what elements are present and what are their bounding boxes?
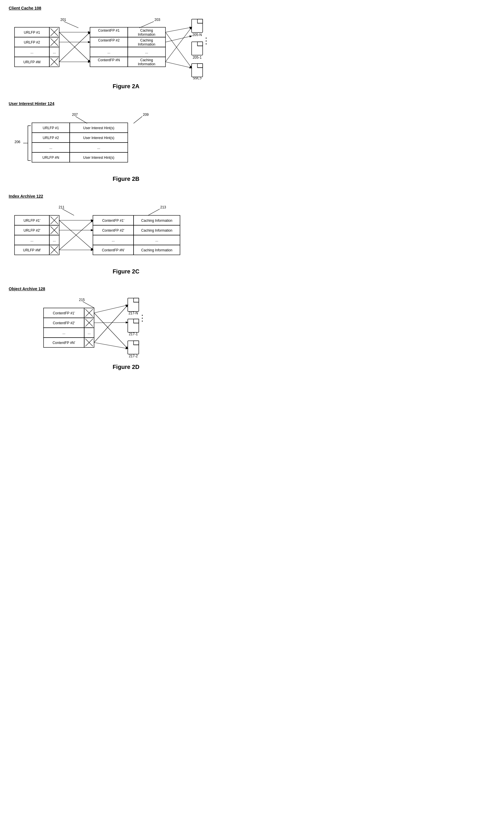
svg-text:ContentFP #2: ContentFP #2 xyxy=(98,38,120,42)
svg-text:User Interest Hint(s): User Interest Hint(s) xyxy=(83,126,114,130)
svg-line-59 xyxy=(75,116,87,123)
svg-text:...: ... xyxy=(112,238,115,242)
fig2d-title: Figure 2D xyxy=(9,364,243,370)
svg-line-46 xyxy=(166,36,192,42)
svg-text:217-2: 217-2 xyxy=(129,354,138,358)
svg-text:URLFP #1: URLFP #1 xyxy=(24,31,40,35)
svg-text:ContentFP #1': ContentFP #1' xyxy=(102,219,124,223)
svg-text:211: 211 xyxy=(59,205,65,209)
svg-text:ContentFP #1': ContentFP #1' xyxy=(53,311,75,315)
svg-text:ContentFP #2': ContentFP #2' xyxy=(53,321,75,325)
fig2c-title: Figure 2C xyxy=(9,268,243,275)
svg-line-84 xyxy=(63,209,74,215)
fig2a-section-label: Client Cache 108 xyxy=(9,6,41,10)
svg-text:User Interest Hint(s): User Interest Hint(s) xyxy=(83,155,114,160)
fig2d-diagram: 215 ContentFP #1' ContentFP #2' ... ... … xyxy=(20,293,252,360)
svg-text:ContentFP #N': ContentFP #N' xyxy=(52,341,75,345)
svg-text:ContentFP #N': ContentFP #N' xyxy=(102,248,124,252)
fig2d-section-label: Object Archive 128 xyxy=(9,287,45,291)
svg-line-149 xyxy=(94,305,128,313)
svg-text:...: ... xyxy=(49,146,52,150)
svg-text:Caching: Caching xyxy=(140,29,153,33)
svg-text:URLFP #1: URLFP #1 xyxy=(43,126,59,130)
svg-text:217-1: 217-1 xyxy=(129,332,138,336)
fig2c-section-label: Index Archive 122 xyxy=(9,194,43,199)
svg-text:209: 209 xyxy=(143,113,149,117)
svg-text:Caching Information: Caching Information xyxy=(141,228,172,232)
figure-2d-section: Object Archive 128 215 ContentFP #1' Con… xyxy=(9,287,243,370)
fig2c-diagram: 211 213 URLFP #1' URLFP #2' ... ... xyxy=(9,201,247,265)
figure-2a-section: Client Cache 108 201 203 URLFP #1 URLFP … xyxy=(9,6,243,90)
svg-text:Caching Information: Caching Information xyxy=(141,219,172,223)
svg-text:Information: Information xyxy=(138,42,155,46)
svg-text:...: ... xyxy=(97,146,100,150)
fig2b-section-label: User Interest Hinter 124 xyxy=(9,101,54,106)
svg-line-45 xyxy=(166,27,192,32)
svg-line-153 xyxy=(94,305,128,343)
svg-text:215: 215 xyxy=(79,298,85,302)
svg-text:205-1: 205-1 xyxy=(193,56,202,60)
svg-text:...: ... xyxy=(63,331,65,335)
svg-text:URLFP #M: URLFP #M xyxy=(23,60,40,64)
fig2a-callout-201: 201 xyxy=(60,18,66,22)
svg-text:Caching Information: Caching Information xyxy=(141,248,172,252)
svg-text:...: ... xyxy=(31,238,33,242)
svg-line-128 xyxy=(83,301,94,308)
svg-text:Information: Information xyxy=(138,33,155,37)
svg-text:•: • xyxy=(142,319,143,323)
svg-line-0 xyxy=(64,22,78,28)
svg-line-1 xyxy=(139,22,154,28)
svg-text:206: 206 xyxy=(14,140,20,144)
svg-text:URLFP #2: URLFP #2 xyxy=(24,40,40,44)
svg-text:•: • xyxy=(206,42,207,46)
svg-text:ContentFP #1: ContentFP #1 xyxy=(98,29,120,33)
svg-text:URLFP #2: URLFP #2 xyxy=(43,136,59,140)
svg-text:...: ... xyxy=(88,331,91,335)
svg-text:Caching: Caching xyxy=(140,38,153,42)
svg-text:URLFP #N: URLFP #N xyxy=(42,155,59,160)
fig2a-diagram: 201 203 URLFP #1 URLFP #2 ... ... xyxy=(9,13,247,79)
fig2b-diagram: 207 209 206 URLFP #1 User Interest Hint(… xyxy=(9,108,212,172)
figure-2b-section: User Interest Hinter 124 207 209 206 xyxy=(9,101,243,182)
svg-text:205-2: 205-2 xyxy=(193,77,202,79)
svg-text:...: ... xyxy=(107,50,110,54)
svg-line-86 xyxy=(148,209,160,215)
svg-text:...: ... xyxy=(53,50,56,54)
svg-text:URLFP #1': URLFP #1' xyxy=(24,219,40,223)
fig2b-title: Figure 2B xyxy=(9,176,243,182)
fig2a-callout-203: 203 xyxy=(154,18,160,22)
fig2a-title: Figure 2A xyxy=(9,83,243,90)
svg-text:User Interest Hint(s): User Interest Hint(s) xyxy=(83,136,114,140)
svg-text:217-N: 217-N xyxy=(129,311,138,315)
svg-text:...: ... xyxy=(145,50,148,54)
svg-text:207: 207 xyxy=(72,113,78,117)
svg-text:Information: Information xyxy=(138,62,155,66)
svg-text:205-N: 205-N xyxy=(192,33,202,37)
svg-text:...: ... xyxy=(53,238,56,242)
svg-line-49 xyxy=(166,27,192,62)
svg-text:Caching: Caching xyxy=(140,58,153,62)
svg-text:ContentFP #2': ContentFP #2' xyxy=(102,228,124,232)
svg-text:213: 213 xyxy=(160,205,166,209)
svg-text:...: ... xyxy=(31,50,33,54)
svg-text:URLFP #2': URLFP #2' xyxy=(24,228,40,232)
svg-text:URLFP #M': URLFP #M' xyxy=(23,248,41,252)
svg-text:ContentFP #N: ContentFP #N xyxy=(98,58,120,62)
figure-2c-section: Index Archive 122 211 213 URLFP #1' xyxy=(9,194,243,275)
svg-line-61 xyxy=(134,116,142,123)
svg-text:...: ... xyxy=(155,238,158,242)
